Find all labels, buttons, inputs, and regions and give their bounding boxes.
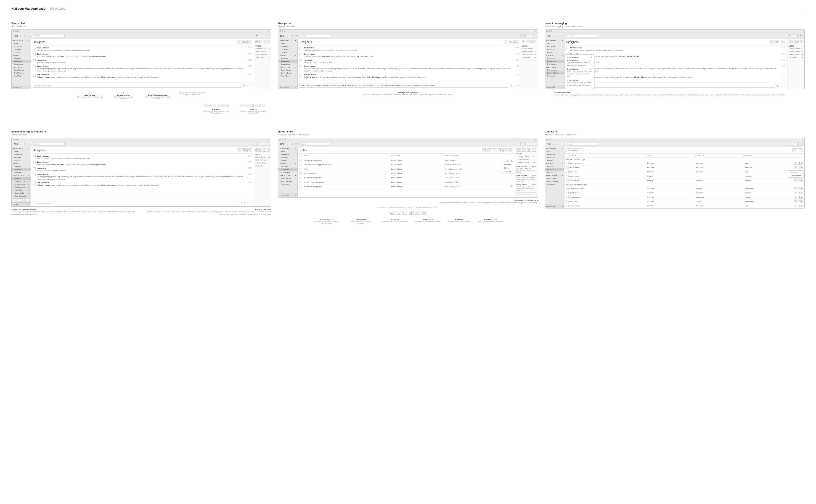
- attach-icon[interactable]: 📎: [243, 202, 245, 204]
- remove-icon[interactable]: ⊖: [794, 192, 797, 194]
- sidebar-toggle-icon[interactable]: ⇥: [250, 202, 252, 204]
- side-user[interactable]: Jeff Broderick●: [254, 161, 271, 164]
- col-status[interactable]: Status ▾: [646, 155, 694, 156]
- close-icon[interactable]: ×: [28, 72, 29, 74]
- search-button[interactable]: ⌕: [488, 148, 492, 152]
- add-icon[interactable]: +: [295, 148, 296, 150]
- sidebar-item[interactable]: David Jones×: [278, 177, 297, 180]
- expand-icon[interactable]: ⤢: [268, 30, 270, 32]
- people-icon[interactable]: ⚇: [24, 142, 27, 145]
- select-all-checkbox[interactable]: [299, 155, 302, 157]
- add-icon[interactable]: +: [562, 148, 563, 150]
- add-icon[interactable]: +: [29, 175, 29, 176]
- sidebar-item[interactable]: Friends: [545, 51, 564, 54]
- collapse-icon[interactable]: «: [29, 86, 29, 88]
- sidebar-item[interactable]: Brett Hellman×: [12, 71, 31, 74]
- more-button[interactable]: ▾: [265, 142, 269, 145]
- home-icon[interactable]: ⌂: [19, 142, 22, 145]
- mini-chat-input[interactable]: Write your message...: [517, 193, 536, 196]
- chevron-down-icon[interactable]: ▾: [313, 41, 314, 43]
- home-icon[interactable]: ⌂: [552, 34, 556, 37]
- contact-sublist-item[interactable]: Jeff Broderick●: [12, 186, 31, 189]
- sidebar-item[interactable]: Friends: [278, 159, 297, 162]
- sidebar-item[interactable]: Work: [12, 42, 31, 45]
- sidebar-item[interactable]: Directors: [12, 57, 31, 60]
- traffic-lights[interactable]: [279, 139, 285, 140]
- contact-row[interactable]: Jeff Broderick OnlineHall.comPersonal⊖☰ …: [565, 166, 804, 170]
- tool-button[interactable]: [526, 34, 531, 37]
- side-user[interactable]: Danny Keane☐: [517, 155, 536, 158]
- attach-icon[interactable]: 📎: [243, 85, 245, 87]
- col-name[interactable]: Name ▾: [566, 155, 645, 156]
- tool-button[interactable]: [792, 142, 798, 145]
- col-company[interactable]: Company ▾: [695, 155, 742, 156]
- traffic-lights[interactable]: [546, 139, 552, 140]
- sidebar-toggle-icon[interactable]: ⇥: [784, 85, 785, 87]
- notes-tab[interactable]: ✎: [789, 40, 792, 43]
- notes-tab[interactable]: ✎: [255, 40, 258, 43]
- close-icon[interactable]: ×: [28, 69, 29, 71]
- remove-icon[interactable]: ⊖: [794, 187, 797, 190]
- add-tab[interactable]: +: [266, 40, 269, 43]
- more-button[interactable]: ▾: [532, 142, 536, 145]
- expand-icon[interactable]: ⤢: [535, 138, 537, 140]
- message-input-expanded[interactable]: This is a long message to show how this …: [299, 84, 508, 88]
- close-icon[interactable]: ×: [562, 177, 563, 179]
- row-more-icon[interactable]: ▾: [510, 159, 513, 162]
- traffic-lights[interactable]: [546, 30, 552, 32]
- add-icon[interactable]: +: [562, 55, 563, 56]
- notes-tab[interactable]: ✎: [517, 148, 521, 152]
- home-icon[interactable]: ⌂: [286, 142, 289, 145]
- row-more-icon[interactable]: ☰ ▾: [798, 205, 803, 207]
- contact-row[interactable]: Brett Hellman OnlineHall.comWork⊖☰ ▾: [565, 161, 804, 166]
- add-person-icon[interactable]: +⚇: [295, 34, 298, 37]
- attach-icon[interactable]: 📎: [776, 85, 779, 87]
- close-icon[interactable]: ×: [562, 180, 563, 182]
- sidebar-item[interactable]: Brett Hellman×: [545, 180, 564, 183]
- sidebar-item[interactable]: Personal: [12, 156, 31, 159]
- side-user[interactable]: Danny Keane☐: [787, 47, 804, 50]
- add-icon[interactable]: +: [295, 66, 296, 68]
- contact-sublist-item[interactable]: Brett Hellman●: [12, 183, 31, 186]
- row-checkbox[interactable]: [299, 177, 302, 179]
- collapse-icon[interactable]: «: [295, 86, 296, 88]
- sidebar-item[interactable]: Directors: [278, 57, 297, 60]
- settings-button[interactable]: ⚙ ▾: [514, 40, 519, 44]
- add-person-icon[interactable]: +⚇: [295, 142, 298, 145]
- note-row[interactable]: Weekly meeting notesDanny KeaneToday at …: [298, 158, 515, 163]
- home-icon[interactable]: ⌂: [552, 142, 556, 145]
- sidebar-item[interactable]: Paul Allen×: [545, 183, 564, 186]
- row-more-icon[interactable]: ☰ ▾: [798, 192, 803, 194]
- sidebar-item[interactable]: Personal: [12, 48, 31, 51]
- remove-icon[interactable]: ⊖: [794, 166, 797, 169]
- status-bar[interactable]: Online (24)«: [12, 202, 31, 206]
- view-button[interactable]: ☰ ▾: [776, 40, 780, 44]
- sidebar-item[interactable]: David Jones×: [545, 69, 564, 71]
- remove-icon[interactable]: ⊖: [794, 162, 797, 165]
- add-icon[interactable]: +: [295, 175, 296, 176]
- view-button[interactable]: ☰ ▾: [509, 40, 514, 44]
- close-icon[interactable]: ×: [28, 75, 29, 77]
- add-tab[interactable]: +: [792, 40, 795, 43]
- context-menu-item[interactable]: Message: [788, 171, 803, 174]
- sidebar-item[interactable]: Freelance: [545, 153, 564, 156]
- context-menu[interactable]: MessageScreenshare: [788, 170, 803, 178]
- home-icon[interactable]: ⌂: [19, 34, 22, 37]
- add-icon[interactable]: +: [29, 40, 29, 41]
- side-user[interactable]: Brett Hellman○: [787, 50, 804, 53]
- sidebar-item[interactable]: Personal: [278, 48, 297, 51]
- contact-row[interactable]: Sam Hellman OfflineHall.comWork⊖☰ ▾: [565, 204, 804, 208]
- files-tab[interactable]: ☐: [263, 148, 266, 152]
- close-icon[interactable]: ×: [562, 75, 563, 77]
- sidebar-item[interactable]: Designers: [278, 168, 297, 171]
- contact-row[interactable]: David Jones AwayPersonal⊖☰ ▾: [565, 174, 804, 179]
- row-checkbox[interactable]: [299, 159, 302, 161]
- add-icon[interactable]: +: [29, 66, 29, 68]
- side-user[interactable]: Jeff Broderick●: [254, 53, 271, 56]
- popover-input[interactable]: Write your message...: [566, 88, 593, 89]
- sidebar-item[interactable]: Developers: [12, 63, 31, 66]
- add-icon[interactable]: +: [29, 148, 29, 150]
- more-button[interactable]: ▾: [532, 34, 536, 37]
- tool-button[interactable]: [258, 142, 264, 145]
- sidebar-item[interactable]: Work: [278, 150, 297, 153]
